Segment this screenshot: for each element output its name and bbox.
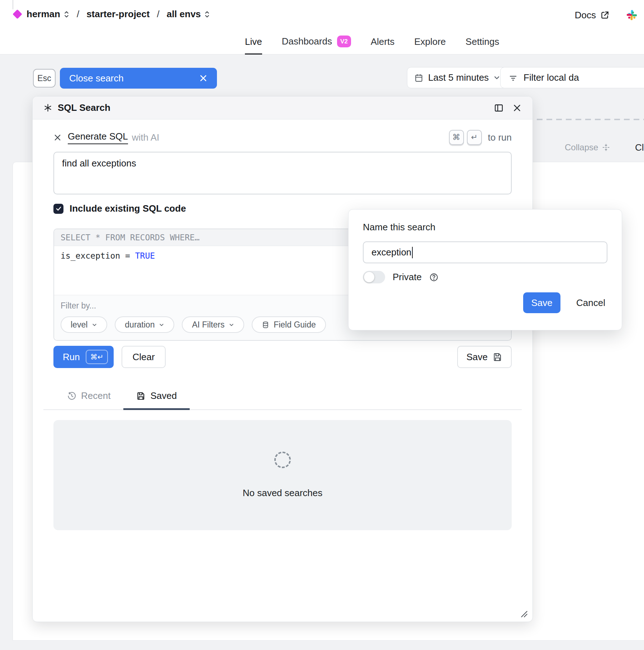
slack-icon[interactable] — [626, 9, 638, 21]
modal-header: SQL Search — [33, 96, 532, 119]
breadcrumb: herman / starter-project / all envs — [13, 9, 210, 20]
include-sql-label: Include existing SQL code — [70, 203, 186, 214]
chip-level[interactable]: level — [61, 316, 107, 333]
tab-alerts-label: Alerts — [371, 36, 394, 47]
popover-title: Name this search — [363, 222, 607, 233]
generate-sql-link[interactable]: Generate SQL — [68, 131, 128, 144]
popover-save-button[interactable]: Save — [523, 292, 560, 313]
tab-live-label: Live — [245, 36, 262, 47]
tab-settings[interactable]: Settings — [465, 36, 499, 55]
dashed-circle-icon — [274, 452, 291, 468]
floppy-icon — [493, 352, 502, 362]
sql-code-operator: = — [125, 251, 135, 260]
ai-prompt-input[interactable]: find all exceptions — [53, 152, 512, 194]
close-search-label: Close search — [69, 73, 124, 84]
popover-cancel-button[interactable]: Cancel — [576, 297, 605, 308]
filter-local-label: Filter local da — [524, 72, 579, 83]
tab-dashboards[interactable]: Dashboards V2 — [282, 36, 351, 55]
chip-label: duration — [125, 320, 155, 330]
brand-diamond-icon — [13, 9, 22, 19]
private-toggle-row: Private — [363, 271, 607, 283]
main-nav: Live Dashboards V2 Alerts Explore Settin… — [245, 36, 499, 55]
run-button[interactable]: Run ⌘↵ — [53, 346, 114, 368]
modal-title: SQL Search — [58, 102, 110, 113]
save-search-button[interactable]: Save — [457, 346, 512, 368]
generate-sql-row: Generate SQL with AI ⌘ ↵ to run — [53, 129, 512, 145]
chevron-down-icon — [229, 322, 234, 328]
panel-toggle-button[interactable] — [493, 103, 504, 113]
tab-live[interactable]: Live — [245, 36, 262, 55]
esc-key-hint: Esc — [33, 69, 56, 88]
tab-alerts[interactable]: Alerts — [371, 36, 394, 55]
cmd-keycap: ⌘ — [449, 130, 464, 145]
skeleton-dashed-line — [537, 119, 644, 120]
chevron-down-icon — [92, 322, 97, 328]
to-run-label: to run — [488, 132, 512, 143]
updown-chevrons-icon — [204, 10, 210, 19]
private-toggle[interactable] — [363, 271, 385, 283]
database-icon — [262, 321, 269, 329]
name-search-popover: Name this search exception Private Save … — [348, 209, 622, 330]
tab-recent-label: Recent — [81, 390, 110, 401]
toggle-knob — [364, 272, 374, 282]
env-label: all envs — [167, 9, 201, 20]
search-name-value: exception — [371, 247, 411, 258]
clear-button-label: Clear — [132, 352, 155, 363]
close-icon — [199, 74, 208, 83]
text-caret — [412, 247, 413, 258]
include-sql-checkbox[interactable] — [53, 204, 63, 214]
time-range-button[interactable]: Last 5 minutes — [407, 67, 507, 88]
chip-label: AI Filters — [192, 320, 224, 330]
empty-state-text: No saved searches — [243, 488, 323, 499]
modal-close-button[interactable] — [512, 103, 522, 113]
run-button-label: Run — [63, 352, 80, 363]
breadcrumb-separator: / — [157, 9, 159, 20]
help-icon[interactable] — [429, 273, 439, 282]
chip-label: level — [71, 320, 87, 330]
docs-link[interactable]: Docs — [575, 10, 610, 21]
saved-empty-panel: No saved searches — [53, 420, 512, 530]
tab-saved[interactable]: Saved — [123, 390, 190, 409]
org-label: herman — [27, 9, 60, 20]
chip-duration[interactable]: duration — [115, 316, 174, 333]
sql-code-value: TRUE — [135, 251, 155, 260]
project-crumb[interactable]: starter-project — [86, 9, 150, 20]
filter-local-button[interactable]: Filter local da — [500, 67, 644, 88]
time-range-label: Last 5 minutes — [428, 72, 489, 83]
clipped-right-text[interactable]: Cl — [635, 142, 644, 153]
chevron-down-icon — [159, 322, 164, 328]
filter-icon — [508, 73, 518, 83]
org-selector[interactable]: herman — [27, 9, 70, 20]
clear-button[interactable]: Clear — [122, 346, 165, 368]
docs-label: Docs — [575, 10, 596, 21]
sql-code-field: is_exception — [61, 251, 125, 260]
floppy-icon — [136, 391, 146, 401]
tab-explore[interactable]: Explore — [414, 36, 446, 55]
popover-buttons: Save Cancel — [363, 292, 607, 313]
collapse-button[interactable]: Collapse — [565, 142, 610, 152]
sql-search-modal: SQL Search Generate SQL with AI ⌘ ↵ — [32, 96, 533, 622]
chip-ai-filters[interactable]: AI Filters — [182, 316, 244, 333]
resize-handle[interactable] — [520, 610, 528, 618]
history-tabs: Recent Saved — [43, 390, 522, 410]
env-selector[interactable]: all envs — [167, 9, 210, 20]
chevron-down-icon — [493, 74, 500, 81]
topbar-actions: Docs — [575, 9, 638, 21]
chip-field-guide[interactable]: Field Guide — [252, 316, 326, 333]
collapse-label: Collapse — [565, 142, 598, 152]
collapse-icon — [602, 143, 610, 152]
tab-settings-label: Settings — [465, 36, 499, 47]
edge-divider — [13, 0, 13, 9]
tab-explore-label: Explore — [414, 36, 446, 47]
check-icon — [55, 205, 62, 212]
project-label: starter-project — [86, 9, 150, 20]
tab-saved-label: Saved — [150, 390, 177, 401]
enter-keycap: ↵ — [467, 130, 482, 145]
asterisk-icon — [43, 103, 52, 112]
esc-key-label: Esc — [37, 74, 51, 83]
dismiss-generate-sql-button[interactable] — [53, 133, 62, 142]
tab-recent[interactable]: Recent — [54, 390, 123, 409]
private-label: Private — [393, 272, 422, 283]
close-search-button[interactable]: Close search — [60, 68, 217, 89]
search-name-input[interactable]: exception — [363, 241, 607, 263]
